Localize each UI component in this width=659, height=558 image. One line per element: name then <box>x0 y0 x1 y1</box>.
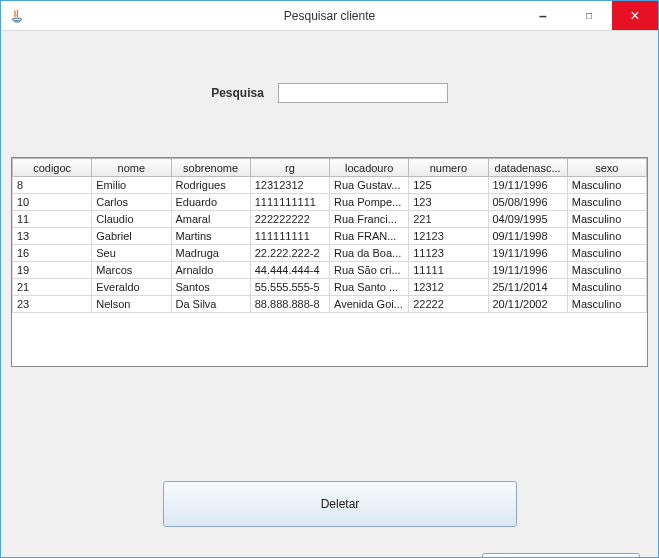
table-cell: 09/11/1998 <box>488 228 567 245</box>
table-cell: 1111111111 <box>250 194 329 211</box>
table-cell: 10 <box>13 194 92 211</box>
column-header[interactable]: numero <box>409 159 488 177</box>
table-cell: 221 <box>409 211 488 228</box>
table-cell: Emilio <box>92 177 171 194</box>
table-cell: Rodrigues <box>171 177 250 194</box>
table-cell: 88.888.888-8 <box>250 296 329 313</box>
table-cell: 25/11/2014 <box>488 279 567 296</box>
table-cell: 04/09/1995 <box>488 211 567 228</box>
table-cell: Masculino <box>567 296 646 313</box>
table-cell: Avenida Goi... <box>330 296 409 313</box>
table-body: 8EmilioRodrigues12312312Rua Gustav...125… <box>13 177 647 313</box>
table-cell: 11123 <box>409 245 488 262</box>
table-cell: Nelson <box>92 296 171 313</box>
table-cell: Santos <box>171 279 250 296</box>
table-cell: Rua Pompe... <box>330 194 409 211</box>
table-cell: Rua São cri... <box>330 262 409 279</box>
table-cell: Eduardo <box>171 194 250 211</box>
main-panel: Pesquisa codigocnomesobrenomerglocadouro… <box>9 83 650 558</box>
table-cell: Masculino <box>567 194 646 211</box>
search-row: Pesquisa <box>9 83 650 103</box>
column-header[interactable]: rg <box>250 159 329 177</box>
table-cell: Gabriel <box>92 228 171 245</box>
table-cell: 11111 <box>409 262 488 279</box>
table-cell: 111111111 <box>250 228 329 245</box>
column-header[interactable]: datadenasc... <box>488 159 567 177</box>
table-cell: Masculino <box>567 279 646 296</box>
table-cell: Madruga <box>171 245 250 262</box>
table-row[interactable]: 23NelsonDa Silva88.888.888-8Avenida Goi.… <box>13 296 647 313</box>
window-controls: – □ × <box>520 1 658 30</box>
table-cell: Rua FRAN... <box>330 228 409 245</box>
table-cell: Rua Gustav... <box>330 177 409 194</box>
table-cell: 13 <box>13 228 92 245</box>
table-cell: 11 <box>13 211 92 228</box>
table-cell: 22.222.222-2 <box>250 245 329 262</box>
table-cell: Seu <box>92 245 171 262</box>
table-cell: 125 <box>409 177 488 194</box>
table-cell: Amaral <box>171 211 250 228</box>
table-row[interactable]: 8EmilioRodrigues12312312Rua Gustav...125… <box>13 177 647 194</box>
table-cell: 20/11/2002 <box>488 296 567 313</box>
table-cell: 44.444.444-4 <box>250 262 329 279</box>
table-cell: Rua da Boa... <box>330 245 409 262</box>
table-row[interactable]: 10CarlosEduardo1111111111Rua Pompe...123… <box>13 194 647 211</box>
table-row[interactable]: 19MarcosArnaldo44.444.444-4Rua São cri..… <box>13 262 647 279</box>
back-button[interactable]: Voltar <box>482 553 640 558</box>
table-cell: 19/11/1996 <box>488 262 567 279</box>
table-cell: Rua Franci... <box>330 211 409 228</box>
search-input[interactable] <box>278 83 448 103</box>
table-cell: Marcos <box>92 262 171 279</box>
table-cell: 12312312 <box>250 177 329 194</box>
table-cell: Masculino <box>567 262 646 279</box>
results-table-wrap: codigocnomesobrenomerglocadouronumerodat… <box>11 157 648 367</box>
table-row[interactable]: 13GabrielMartins111111111Rua FRAN...1212… <box>13 228 647 245</box>
table-header-row: codigocnomesobrenomerglocadouronumerodat… <box>13 159 647 177</box>
java-app-icon <box>9 8 25 24</box>
table-cell: Masculino <box>567 228 646 245</box>
table-cell: 21 <box>13 279 92 296</box>
table-cell: Martins <box>171 228 250 245</box>
delete-button[interactable]: Deletar <box>163 481 517 527</box>
column-header[interactable]: codigoc <box>13 159 92 177</box>
table-cell: 8 <box>13 177 92 194</box>
table-cell: 55.555.555-5 <box>250 279 329 296</box>
table-row[interactable]: 16SeuMadruga22.222.222-2Rua da Boa...111… <box>13 245 647 262</box>
table-cell: 22222 <box>409 296 488 313</box>
table-cell: Da Silva <box>171 296 250 313</box>
table-cell: Arnaldo <box>171 262 250 279</box>
minimize-button[interactable]: – <box>520 1 566 30</box>
column-header[interactable]: sexo <box>567 159 646 177</box>
table-cell: Rua Santo ... <box>330 279 409 296</box>
titlebar: Pesquisar cliente – □ × <box>1 1 658 31</box>
column-header[interactable]: locadouro <box>330 159 409 177</box>
table-cell: 05/08/1996 <box>488 194 567 211</box>
table-cell: 123 <box>409 194 488 211</box>
results-table[interactable]: codigocnomesobrenomerglocadouronumerodat… <box>12 158 647 313</box>
search-label: Pesquisa <box>211 86 264 100</box>
table-row[interactable]: 21EveraldoSantos55.555.555-5Rua Santo ..… <box>13 279 647 296</box>
table-cell: 12312 <box>409 279 488 296</box>
table-cell: Carlos <box>92 194 171 211</box>
table-cell: 12123 <box>409 228 488 245</box>
table-cell: 222222222 <box>250 211 329 228</box>
table-cell: 19 <box>13 262 92 279</box>
table-cell: Masculino <box>567 245 646 262</box>
table-cell: Claudio <box>92 211 171 228</box>
table-cell: 19/11/1996 <box>488 177 567 194</box>
table-cell: 19/11/1996 <box>488 245 567 262</box>
table-cell: 16 <box>13 245 92 262</box>
table-cell: Everaldo <box>92 279 171 296</box>
table-cell: Masculino <box>567 177 646 194</box>
table-cell: 23 <box>13 296 92 313</box>
table-row[interactable]: 11ClaudioAmaral222222222Rua Franci...221… <box>13 211 647 228</box>
maximize-button[interactable]: □ <box>566 1 612 30</box>
column-header[interactable]: sobrenome <box>171 159 250 177</box>
table-cell: Masculino <box>567 211 646 228</box>
column-header[interactable]: nome <box>92 159 171 177</box>
close-button[interactable]: × <box>612 1 658 30</box>
